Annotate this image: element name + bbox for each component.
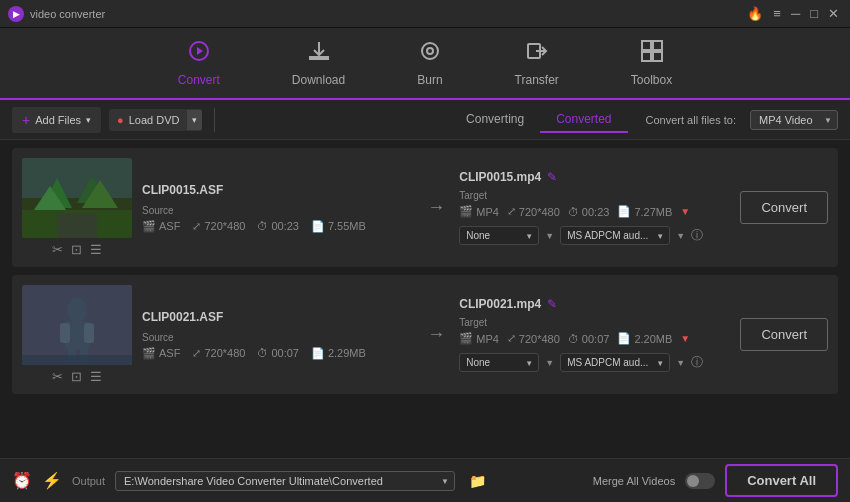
list-icon-2[interactable]: ☰ (90, 369, 102, 384)
target-format-1: 🎬 MP4 (459, 205, 499, 218)
actionbar: + Add Files ▾ ● Load DVD ▾ Converting Co… (0, 100, 850, 140)
target-resize-icon-2: ⤢ (507, 332, 516, 345)
audio-preset-select-2[interactable]: None (459, 353, 539, 372)
load-dvd-button[interactable]: ● Load DVD (109, 109, 187, 131)
target-resolution-1: ⤢ 720*480 (507, 205, 560, 218)
target-size-2: 📄 2.20MB (617, 332, 672, 345)
file-item-clip0021: ✂ ⊡ ☰ CLIP0021.ASF Source 🎬 ASF ⤢ 720*48… (12, 275, 838, 394)
toolbar: Convert Download Burn Transfer (0, 28, 850, 100)
svg-marker-1 (197, 47, 203, 55)
folder-icon[interactable]: 📁 (469, 473, 486, 489)
audio-codec-select-wrapper-1: MS ADPCM aud... (560, 226, 670, 245)
file-name-clip0015: CLIP0015.ASF (142, 183, 413, 197)
target-resize-icon-1: ⤢ (507, 205, 516, 218)
file-item-clip0015: ✂ ⊡ ☰ CLIP0015.ASF Source 🎬 ASF ⤢ 720*48… (12, 148, 838, 267)
add-files-button[interactable]: + Add Files ▾ (12, 107, 101, 133)
crop-icon-1[interactable]: ⊡ (71, 242, 82, 257)
target-duration-icon-2: ⏱ (568, 333, 579, 345)
audio-codec-select-2[interactable]: MS ADPCM aud... (560, 353, 670, 372)
target-label-1: Target (459, 190, 730, 201)
convert-all-button[interactable]: Convert All (725, 464, 838, 497)
target-duration-icon-1: ⏱ (568, 206, 579, 218)
titlebar: ▶ video converter 🔥 ≡ ─ □ ✕ (0, 0, 850, 28)
target-name-row-1: CLIP0015.mp4 ✎ (459, 170, 730, 184)
clock-icon[interactable]: ⏰ (12, 471, 32, 490)
audio-row-2: None ▼ MS ADPCM aud... ▼ ⓘ (459, 353, 730, 372)
source-format-1: 🎬 ASF (142, 220, 180, 233)
merge-toggle[interactable] (685, 473, 715, 489)
tab-converting-label: Converting (466, 112, 524, 126)
target-film-icon-1: 🎬 (459, 205, 473, 218)
edit-icon-2[interactable]: ✎ (547, 297, 557, 311)
duration-icon-2: ⏱ (257, 347, 268, 359)
fire-icon[interactable]: 🔥 (744, 7, 766, 20)
file-info-clip0021: CLIP0021.ASF Source 🎬 ASF ⤢ 720*480 ⏱ 00… (142, 310, 413, 360)
list-icon-1[interactable]: ☰ (90, 242, 102, 257)
load-dvd-wrapper: ● Load DVD ▾ (109, 109, 202, 131)
target-duration-1: ⏱ 00:23 (568, 206, 610, 218)
audio-preset-select-1[interactable]: None (459, 226, 539, 245)
toolbar-item-transfer[interactable]: Transfer (499, 31, 575, 95)
source-resolution-1: ⤢ 720*480 (192, 220, 245, 233)
load-dvd-dropdown-button[interactable]: ▾ (187, 110, 202, 130)
target-film-icon-2: 🎬 (459, 332, 473, 345)
svg-point-2 (422, 43, 438, 59)
load-dvd-label: Load DVD (129, 114, 180, 126)
minimize-button[interactable]: ─ (788, 7, 803, 20)
target-filesize-icon-2: 📄 (617, 332, 631, 345)
audio-codec-select-1[interactable]: MS ADPCM aud... (560, 226, 670, 245)
duration-icon-1: ⏱ (257, 220, 268, 232)
info-icon-1[interactable]: ⓘ (691, 227, 703, 244)
arrow-icon-2: → (423, 324, 449, 345)
info-icon-2[interactable]: ⓘ (691, 354, 703, 371)
output-path-select[interactable]: E:\Wondershare Video Converter Ultimate\… (115, 471, 455, 491)
filesize-icon-2: 📄 (311, 347, 325, 360)
toolbar-item-burn[interactable]: Burn (401, 31, 458, 95)
format-select-wrapper: MP4 Video (750, 110, 838, 130)
bolt-icon[interactable]: ⚡ (42, 471, 62, 490)
target-meta-2: 🎬 MP4 ⤢ 720*480 ⏱ 00:07 📄 2.20MB ▼ (459, 332, 730, 345)
thumbnail-clip0015 (22, 158, 132, 238)
audio-codec-down-chevron-2: ▼ (676, 358, 685, 368)
settings-icon[interactable]: ≡ (770, 7, 784, 20)
target-format-2: 🎬 MP4 (459, 332, 499, 345)
target-duration-2: ⏱ 00:07 (568, 333, 610, 345)
target-meta-1: 🎬 MP4 ⤢ 720*480 ⏱ 00:23 📄 7.27MB ▼ (459, 205, 730, 218)
svg-point-3 (427, 48, 433, 54)
scissors-icon-2[interactable]: ✂ (52, 369, 63, 384)
edit-icon-1[interactable]: ✎ (547, 170, 557, 184)
tab-converting[interactable]: Converting (450, 107, 540, 133)
crop-icon-2[interactable]: ⊡ (71, 369, 82, 384)
target-resolution-2: ⤢ 720*480 (507, 332, 560, 345)
toggle-knob (687, 475, 699, 487)
file-info-clip0015: CLIP0015.ASF Source 🎬 ASF ⤢ 720*480 ⏱ 00… (142, 183, 413, 233)
close-button[interactable]: ✕ (825, 7, 842, 20)
plus-icon: + (22, 112, 30, 128)
toolbar-item-download[interactable]: Download (276, 31, 361, 95)
source-duration-2: ⏱ 00:07 (257, 347, 299, 359)
divider-1 (214, 108, 215, 132)
bottombar: ⏰ ⚡ Output E:\Wondershare Video Converte… (0, 458, 850, 502)
audio-preset-select-wrapper-1: None (459, 226, 539, 245)
scissors-icon-1[interactable]: ✂ (52, 242, 63, 257)
quality-down-arrow-1[interactable]: ▼ (680, 206, 690, 217)
quality-down-arrow-2[interactable]: ▼ (680, 333, 690, 344)
thumbnail-section-2: ✂ ⊡ ☰ (22, 285, 132, 384)
svg-rect-5 (642, 41, 651, 50)
svg-point-19 (67, 298, 87, 322)
format-select[interactable]: MP4 Video (750, 110, 838, 130)
film-icon-1: 🎬 (142, 220, 156, 233)
toolbar-item-toolbox[interactable]: Toolbox (615, 31, 688, 95)
maximize-button[interactable]: □ (807, 7, 821, 20)
dvd-icon: ● (117, 114, 124, 126)
toolbar-download-label: Download (292, 73, 345, 87)
svg-rect-16 (57, 213, 97, 238)
convert-button-1[interactable]: Convert (740, 191, 828, 224)
target-label-2: Target (459, 317, 730, 328)
download-icon (307, 39, 331, 69)
toolbar-item-convert[interactable]: Convert (162, 31, 236, 95)
convert-button-2[interactable]: Convert (740, 318, 828, 351)
source-format-2: 🎬 ASF (142, 347, 180, 360)
output-path-select-wrapper: E:\Wondershare Video Converter Ultimate\… (115, 471, 455, 491)
tab-converted[interactable]: Converted (540, 107, 627, 133)
